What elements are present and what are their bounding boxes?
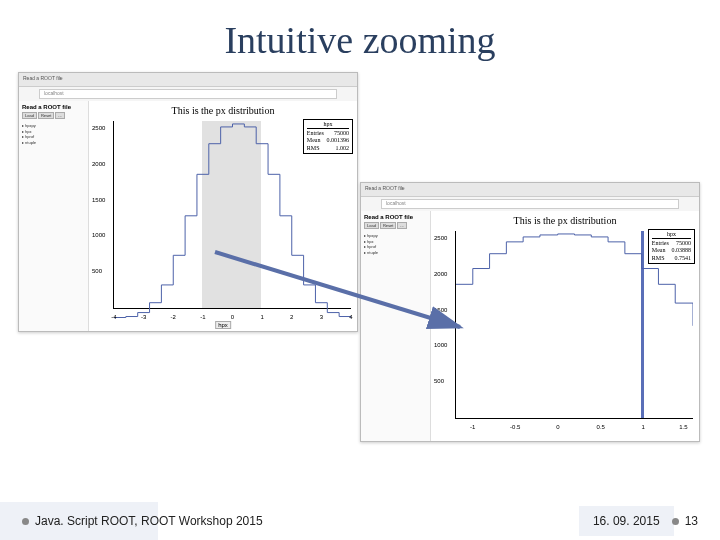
x-axis-label: hpx — [215, 321, 231, 329]
plot-title: This is the px distribution — [431, 211, 699, 230]
histogram-plot-zoomed[interactable]: This is the px distribution hpx Entries7… — [431, 211, 699, 441]
x-tick: 1.5 — [679, 424, 687, 430]
slide-title: Intuitive zooming — [0, 0, 720, 72]
y-tick: 2500 — [434, 235, 447, 241]
y-tick: 2000 — [92, 161, 105, 167]
chart-area[interactable]: 2500 2000 1500 1000 500 -1 -0.5 0 0.5 1 … — [455, 231, 693, 419]
histogram-plot-full[interactable]: This is the px distribution hpx Entries7… — [89, 101, 357, 331]
x-tick: 0.5 — [596, 424, 604, 430]
bullet-icon — [672, 518, 679, 525]
slide-footer: Java. Script ROOT, ROOT Workshop 2015 16… — [0, 502, 720, 540]
y-tick: 1500 — [434, 307, 447, 313]
reset-button[interactable]: Reset — [380, 222, 396, 229]
x-tick: 0 — [556, 424, 559, 430]
more-button[interactable]: ... — [397, 222, 406, 229]
y-tick: 500 — [92, 268, 102, 274]
sidebar-title: Read a ROOT file — [364, 214, 427, 220]
footer-text: Java. Script ROOT, ROOT Workshop 2015 — [35, 514, 263, 528]
file-tree[interactable]: ▸ hpxpy ▸ hpx ▸ hprof ▸ ntuple — [22, 123, 85, 145]
x-tick: -1 — [200, 314, 205, 320]
load-button[interactable]: Load — [364, 222, 379, 229]
tree-item[interactable]: ▸ ntuple — [22, 140, 85, 146]
x-tick: -2 — [171, 314, 176, 320]
y-tick: 1000 — [92, 232, 105, 238]
chart-area[interactable]: 2500 2000 1500 1000 500 -4 -3 -2 -1 0 1 … — [113, 121, 351, 309]
x-tick: 3 — [320, 314, 323, 320]
browser-window-right: Read a ROOT file localhost Read a ROOT f… — [360, 182, 700, 442]
sidebar-title: Read a ROOT file — [22, 104, 85, 110]
plot-title: This is the px distribution — [89, 101, 357, 120]
url-bar[interactable]: localhost — [39, 89, 337, 99]
x-tick: 2 — [290, 314, 293, 320]
page-number: 13 — [685, 514, 698, 528]
sidebar: Read a ROOT file Load Reset ... ▸ hpxpy … — [361, 211, 431, 441]
x-tick: -0.5 — [510, 424, 520, 430]
histogram-bars — [114, 121, 351, 319]
bullet-icon — [22, 518, 29, 525]
tree-item[interactable]: ▸ ntuple — [364, 250, 427, 256]
y-tick: 500 — [434, 378, 444, 384]
slide-body: Read a ROOT file localhost Read a ROOT f… — [0, 72, 720, 512]
browser-tabbar[interactable]: Read a ROOT file — [361, 183, 699, 197]
x-tick: -1 — [470, 424, 475, 430]
browser-window-left: Read a ROOT file localhost Read a ROOT f… — [18, 72, 358, 332]
footer-date: 16. 09. 2015 — [579, 506, 674, 536]
sidebar: Read a ROOT file Load Reset ... ▸ hpxpy … — [19, 101, 89, 331]
x-tick: 1 — [260, 314, 263, 320]
browser-tabbar[interactable]: Read a ROOT file — [19, 73, 357, 87]
file-tree[interactable]: ▸ hpxpy ▸ hpx ▸ hprof ▸ ntuple — [364, 233, 427, 255]
url-bar[interactable]: localhost — [381, 199, 679, 209]
y-tick: 1500 — [92, 197, 105, 203]
x-tick: 0 — [231, 314, 234, 320]
x-tick: 1 — [642, 424, 645, 430]
histogram-bars — [456, 231, 693, 429]
more-button[interactable]: ... — [55, 112, 64, 119]
x-tick: -4 — [111, 314, 116, 320]
reset-button[interactable]: Reset — [38, 112, 54, 119]
y-tick: 2500 — [92, 125, 105, 131]
y-tick: 1000 — [434, 342, 447, 348]
load-button[interactable]: Load — [22, 112, 37, 119]
x-tick: 4 — [349, 314, 352, 320]
y-tick: 2000 — [434, 271, 447, 277]
x-tick: -3 — [141, 314, 146, 320]
